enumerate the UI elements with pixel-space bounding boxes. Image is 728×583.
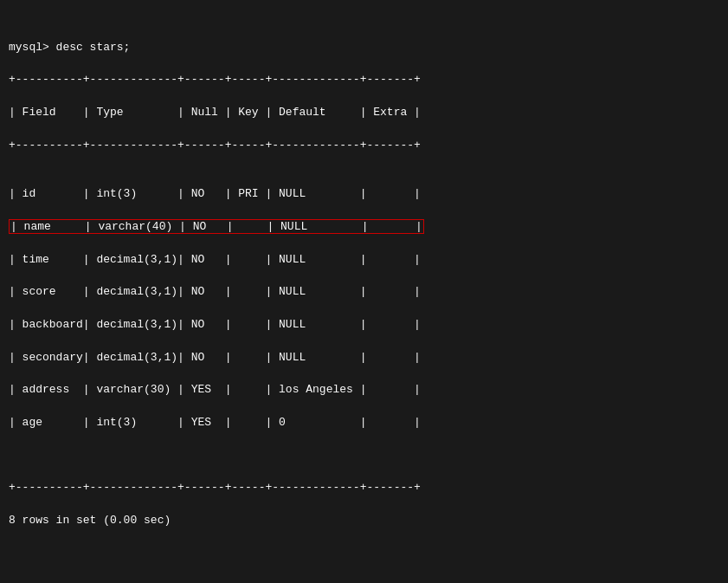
header-line-1: | Field | Type | Null | Key | Default | … — [9, 105, 719, 121]
table1-row-6: | address | varchar(30) | YES | | los An… — [9, 382, 719, 398]
cmd-line-1: mysql> desc stars; — [9, 40, 719, 56]
table1-row-2: | time | decimal(3,1)| NO | | NULL | | — [9, 252, 719, 269]
table1-rows: | id | int(3) | NO | PRI | NULL | || nam… — [9, 186, 719, 448]
terminal-window: mysql> desc stars; +----------+---------… — [9, 7, 719, 583]
sep-line-2: +----------+-------------+------+-----+-… — [9, 138, 719, 154]
blank-1 — [9, 562, 719, 579]
separator-3: +----------+-------------+------+-----+-… — [9, 481, 421, 494]
sep-line-1: +----------+-------------+------+-----+-… — [9, 72, 719, 88]
table1-row-3: | score | decimal(3,1)| NO | | NULL | | — [9, 284, 719, 301]
table1-row-7: | age | int(3) | YES | | 0 | | — [9, 415, 719, 431]
info-line-1: 8 rows in set (0.00 sec) — [9, 513, 719, 529]
separator-2: +----------+-------------+------+-----+-… — [9, 139, 421, 152]
sep-line-3: +----------+-------------+------+-----+-… — [9, 480, 719, 496]
table1-row-4: | backboard| decimal(3,1)| NO | | NULL |… — [9, 317, 719, 334]
separator-1: +----------+-------------+------+-----+-… — [9, 73, 421, 86]
info-text-1: 8 rows in set (0.00 sec) — [9, 514, 171, 527]
table1-row-1: | name | varchar(40) | NO | | NULL | | — [9, 219, 719, 236]
table1-row-0: | id | int(3) | NO | PRI | NULL | | — [9, 186, 719, 203]
table-header-1: | Field | Type | Null | Key | Default | … — [9, 106, 421, 119]
prompt-1: mysql> desc stars; — [9, 41, 130, 54]
highlighted-row: | name | varchar(40) | NO | | NULL | | — [9, 219, 424, 234]
table1-row-5: | secondary| decimal(3,1)| NO | | NULL |… — [9, 350, 719, 366]
